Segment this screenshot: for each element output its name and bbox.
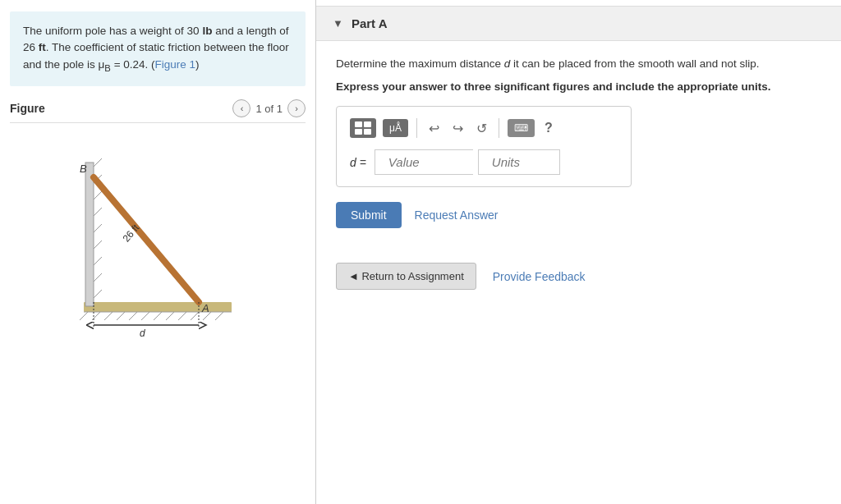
mu-toolbar-btn[interactable]: μÅ (383, 119, 408, 137)
svg-rect-0 (84, 302, 232, 312)
svg-line-17 (94, 191, 102, 199)
keyboard-btn[interactable]: ⌨ (508, 119, 535, 137)
units-input[interactable] (478, 149, 560, 175)
part-header: ▼ Part A (316, 7, 841, 41)
question-line1: Determine the maximum distance d it can … (336, 56, 821, 72)
svg-line-22 (94, 273, 102, 282)
svg-line-9 (166, 312, 174, 320)
figure-header: Figure ‹ 1 of 1 › (10, 94, 306, 123)
toolbar-separator-1 (416, 118, 417, 138)
problem-statement: The uniform pole has a weight of 30 lb a… (10, 11, 306, 86)
top-bar (316, 0, 841, 7)
grid-toolbar-btn[interactable] (350, 118, 376, 138)
figure-title: Figure (10, 102, 45, 115)
left-panel: The uniform pole has a weight of 30 lb a… (0, 0, 316, 504)
part-collapse-icon[interactable]: ▼ (333, 17, 343, 30)
svg-line-23 (94, 290, 102, 298)
return-assignment-btn[interactable]: ◄ Return to Assignment (336, 263, 476, 290)
svg-line-13 (215, 312, 223, 320)
bottom-actions: ◄ Return to Assignment Provide Feedback (316, 243, 841, 309)
figure-page-label: 1 of 1 (255, 103, 283, 115)
figure-diagram: B A 26 ft d (18, 130, 297, 343)
svg-line-8 (154, 312, 162, 320)
next-figure-btn[interactable]: › (287, 99, 306, 117)
figure-nav: ‹ 1 of 1 › (232, 99, 306, 117)
toolbar-row: μÅ ↩ ↪ ↺ ⌨ ? (350, 118, 618, 138)
value-input[interactable] (375, 149, 473, 175)
figure-link[interactable]: Figure 1 (155, 58, 196, 71)
refresh-btn[interactable]: ↺ (473, 119, 490, 138)
submit-btn[interactable]: Submit (336, 202, 402, 228)
redo-btn[interactable]: ↪ (449, 119, 466, 138)
d-equation-label: d = (350, 156, 366, 169)
right-panel: ▼ Part A Determine the maximum distance … (316, 0, 841, 504)
svg-line-20 (94, 241, 102, 249)
svg-line-6 (129, 312, 137, 320)
svg-line-7 (141, 312, 149, 320)
undo-btn[interactable]: ↩ (425, 119, 443, 138)
request-answer-link[interactable]: Request Answer (415, 208, 499, 222)
toolbar-separator-2 (499, 118, 499, 138)
svg-line-18 (94, 208, 102, 216)
svg-line-11 (191, 312, 199, 320)
figure-section: Figure ‹ 1 of 1 › (0, 86, 315, 343)
part-title: Part A (352, 16, 388, 30)
svg-line-24 (94, 177, 199, 302)
svg-line-21 (94, 257, 102, 265)
actions-row: Submit Request Answer (336, 202, 821, 228)
question-line2: Express your answer to three significant… (336, 80, 821, 93)
svg-line-15 (94, 158, 102, 167)
svg-line-5 (117, 312, 125, 320)
point-b-label: B (80, 163, 87, 175)
point-a-label: A (201, 302, 209, 314)
svg-rect-14 (85, 163, 94, 306)
d-label-figure: d (140, 328, 145, 339)
answer-box: μÅ ↩ ↪ ↺ ⌨ ? d = (336, 106, 632, 187)
problem-text: The uniform pole has a weight of 30 lb a… (23, 25, 289, 71)
svg-line-2 (80, 312, 88, 320)
svg-line-19 (94, 224, 102, 232)
svg-line-4 (104, 312, 113, 320)
prev-figure-btn[interactable]: ‹ (232, 99, 250, 117)
question-area: Determine the maximum distance d it can … (316, 41, 841, 243)
svg-line-10 (178, 312, 186, 320)
input-row: d = (350, 149, 618, 175)
provide-feedback-link[interactable]: Provide Feedback (493, 270, 586, 283)
figure-canvas: B A 26 ft d (18, 130, 297, 343)
help-btn[interactable]: ? (541, 119, 556, 137)
